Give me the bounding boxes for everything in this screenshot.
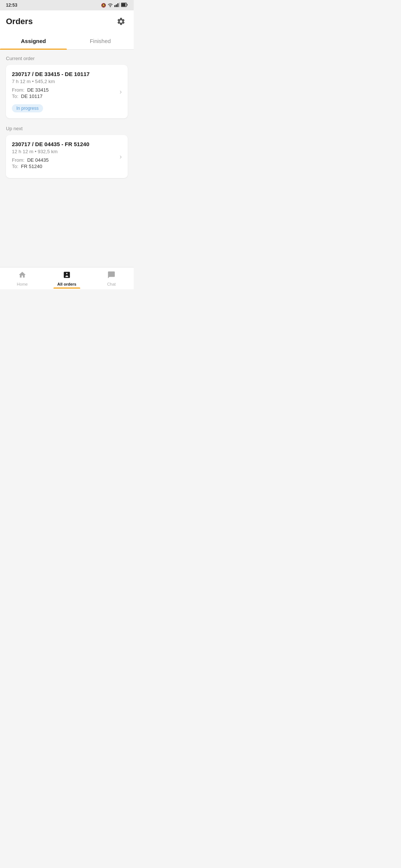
settings-button[interactable] [114,15,128,28]
content: Current order 230717 / DE 33415 - DE 101… [0,50,134,266]
orders-icon [63,271,71,281]
order-to-upnext: To: FR 51240 [12,164,117,169]
bottom-nav: Home All orders Chat [0,267,134,289]
order-route-current: From: DE 33415 To: DE 10117 [12,87,117,99]
chevron-right-icon-current: › [120,88,122,96]
order-id-current: 230717 / DE 33415 - DE 10117 [12,71,117,77]
nav-all-orders[interactable]: All orders [45,269,89,289]
order-card-content-current: 230717 / DE 33415 - DE 10117 7 h 12 m • … [12,71,117,112]
svg-rect-5 [121,3,125,6]
chat-icon [107,271,115,281]
status-badge-current: In progress [12,104,43,112]
order-meta-current: 7 h 12 m • 545,2 km [12,79,117,84]
battery-icon [121,3,128,8]
svg-rect-2 [117,3,118,7]
section-title-upnext: Up next [6,126,128,131]
order-from-upnext: From: DE 04435 [12,157,117,163]
svg-rect-0 [114,5,115,7]
status-time: 12:53 [6,3,17,8]
status-bar: 12:53 🔕 [0,0,134,10]
svg-rect-6 [127,4,128,6]
nav-chat[interactable]: Chat [89,269,134,289]
order-id-upnext: 230717 / DE 04435 - FR 51240 [12,141,117,147]
order-route-upnext: From: DE 04435 To: FR 51240 [12,157,117,169]
order-meta-upnext: 12 h 12 m • 932,5 km [12,149,117,154]
chevron-right-icon-upnext: › [120,153,122,161]
signal-icon [114,3,120,8]
order-card-current[interactable]: 230717 / DE 33415 - DE 10117 7 h 12 m • … [6,65,128,118]
order-card-upnext[interactable]: 230717 / DE 04435 - FR 51240 12 h 12 m •… [6,135,128,178]
tab-finished[interactable]: Finished [67,33,134,49]
section-title-current: Current order [6,56,128,61]
settings-icon [117,17,125,26]
header: Orders [0,10,134,33]
home-icon [18,271,26,281]
nav-chat-label: Chat [107,282,115,286]
page-title: Orders [6,17,33,26]
nav-home-label: Home [17,282,27,286]
wifi-icon [108,3,113,8]
order-card-content-upnext: 230717 / DE 04435 - FR 51240 12 h 12 m •… [12,141,117,172]
status-icons: 🔕 [101,3,128,8]
mute-icon: 🔕 [101,3,106,8]
svg-rect-3 [119,3,120,7]
svg-rect-1 [116,4,117,7]
order-to-current: To: DE 10117 [12,93,117,99]
order-from-current: From: DE 33415 [12,87,117,93]
nav-home[interactable]: Home [0,269,45,289]
tabs: Assigned Finished [0,33,134,50]
nav-all-orders-label: All orders [57,282,76,286]
tab-assigned[interactable]: Assigned [0,33,67,49]
